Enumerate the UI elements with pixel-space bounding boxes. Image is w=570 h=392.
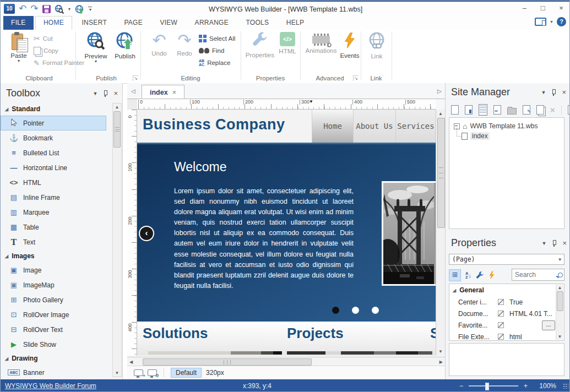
slider-dot-1[interactable] <box>332 307 339 314</box>
site-tree-root[interactable]: ⌂ WWB Template 11.wbs <box>454 122 564 130</box>
property-row-file-extension[interactable]: File Exte... html <box>449 331 564 342</box>
select-all-button[interactable]: Select All <box>199 34 235 43</box>
help-icon[interactable]: ? <box>557 17 566 26</box>
toolbox-item-image[interactable]: ▣ Image <box>1 263 106 277</box>
page-link-icon[interactable]: ∞ <box>493 105 501 115</box>
undo-button[interactable]: ↶ Undo <box>147 32 171 57</box>
breakpoint-default[interactable]: Default <box>171 368 202 378</box>
breakpoint-320px[interactable]: 320px <box>206 369 224 377</box>
site-tree-page-index[interactable]: index <box>462 132 564 140</box>
redo-button[interactable]: ↷ Redo <box>172 32 197 57</box>
find-button[interactable]: Find <box>199 46 224 56</box>
scroll-thumb[interactable] <box>557 291 563 311</box>
properties-menu-icon[interactable]: ▼ <box>541 241 546 246</box>
nav-item-services[interactable]: Services <box>395 110 436 143</box>
animations-button[interactable]: ⚙ Animations <box>303 32 339 54</box>
navigation-bar[interactable]: Home About Us Services <box>312 110 436 143</box>
zoom-in-icon[interactable]: + <box>524 382 528 390</box>
html-button[interactable]: </> HTML <box>276 32 299 55</box>
scroll-thumb[interactable] <box>437 118 445 228</box>
toolbox-item-text[interactable]: T Text <box>1 235 106 249</box>
toolbox-section-drawing[interactable]: ◢ Drawing <box>1 352 122 365</box>
canvas-horizontal-scrollbar[interactable]: ◀ ▶ <box>127 357 445 366</box>
page-lower-section[interactable]: Solutions Projects S <box>137 322 436 356</box>
minimize-button[interactable]: – <box>516 3 533 15</box>
browse-button[interactable]: ... <box>542 320 555 330</box>
toolbox-item-horizontal-line[interactable]: — Horizontal Line <box>1 160 106 175</box>
replace-button[interactable]: ABAC Replace <box>199 58 230 68</box>
paste-dropdown-icon[interactable]: ▼ <box>6 59 31 63</box>
tab-insert[interactable]: INSERT <box>74 16 115 30</box>
scroll-down-icon[interactable]: ▼ <box>436 349 445 354</box>
properties-close-icon[interactable]: × <box>562 241 567 246</box>
manage-breakpoints-icon[interactable]: ⚙ <box>148 369 157 376</box>
site-manager-menu-icon[interactable]: ▼ <box>541 90 546 95</box>
scroll-up-icon[interactable]: ▲ <box>556 285 563 290</box>
cut-button[interactable]: ✂Cut <box>34 34 53 43</box>
property-section-general[interactable]: ◢ General <box>449 284 564 296</box>
property-row-favorites-icon[interactable]: Favorite... ... <box>449 319 564 331</box>
toolbox-item-slide-show[interactable]: ▶ Slide Show <box>1 337 106 352</box>
scroll-thumb[interactable] <box>143 358 312 366</box>
properties-pin-icon[interactable] <box>551 240 557 246</box>
clone-page-icon[interactable] <box>536 105 544 115</box>
page-properties-icon[interactable]: ⚙ <box>568 105 570 115</box>
advanced-dialog-launcher-icon[interactable]: ↘ <box>353 75 359 81</box>
toolbox-item-pointer[interactable]: Pointer <box>1 116 106 130</box>
page-header[interactable]: Business Company Home About Us Services <box>137 110 436 143</box>
scroll-right-icon[interactable]: ▶ <box>439 360 443 364</box>
tab-scroll-right-icon[interactable]: ▷ <box>437 88 442 94</box>
toolbox-item-banner[interactable]: ABC Banner <box>1 365 106 380</box>
document-tab-index[interactable]: index × <box>142 85 184 99</box>
properties-wrench-icon[interactable] <box>476 271 484 280</box>
publish-button[interactable]: Publish <box>112 32 138 59</box>
tab-close-icon[interactable]: × <box>172 89 176 96</box>
search-icon[interactable] <box>558 273 563 277</box>
scroll-down-icon[interactable]: ▼ <box>556 334 563 339</box>
preview-button[interactable]: Preview ▼ <box>82 32 110 63</box>
grid-scrollbar[interactable]: ▲ ▼ <box>556 285 563 340</box>
properties-button[interactable]: Properties <box>245 32 275 58</box>
edit-page-icon[interactable]: ✎ <box>523 105 530 115</box>
copy-button[interactable]: Copy <box>34 46 58 56</box>
toolbox-item-bulleted-list[interactable]: ≡ Bulleted List <box>1 145 106 160</box>
tab-file[interactable]: FILE <box>3 16 34 30</box>
projects-heading[interactable]: Projects <box>287 325 344 342</box>
preview-dropdown-icon[interactable]: ▼ <box>82 59 110 63</box>
toolbox-item-photo-gallery[interactable]: ⊞ Photo Gallery <box>1 292 106 307</box>
object-selector[interactable]: (Page) ▼ <box>449 254 564 265</box>
resize-grip[interactable] <box>563 383 568 389</box>
scroll-up-icon[interactable]: ▲ <box>113 105 121 110</box>
toolbox-item-bookmark[interactable]: ⚓ Bookmark <box>1 130 106 145</box>
slider-prev-button[interactable]: ‹ <box>139 226 154 241</box>
device-preview-icon[interactable] <box>535 18 546 26</box>
zoom-slider[interactable] <box>469 385 518 386</box>
toolbox-item-table[interactable]: ▦ Table <box>1 220 106 235</box>
maximize-button[interactable]: □ <box>535 3 551 15</box>
scroll-up-icon[interactable]: ▲ <box>436 111 445 116</box>
hero-slider[interactable]: Welcome Lorem ipsum dolor sit amet, cons… <box>137 143 436 322</box>
hero-paragraph[interactable]: Lorem ipsum dolor sit amet, consectetuer… <box>174 186 354 291</box>
device-preview-dropdown-icon[interactable]: ▼ <box>550 20 553 24</box>
bridge-photo[interactable] <box>382 181 436 286</box>
property-row-center[interactable]: Center i... True <box>449 296 564 308</box>
toolbox-item-html[interactable]: <> HTML <box>1 175 106 190</box>
toolbox-section-images[interactable]: ◢ Images <box>1 249 122 263</box>
services-heading-partial[interactable]: S <box>430 325 436 342</box>
paste-button[interactable]: Paste ▼ <box>6 32 31 63</box>
forum-link[interactable]: WYSIWYG Web Builder Forum <box>5 382 96 390</box>
site-manager-pin-icon[interactable] <box>551 89 557 95</box>
zoom-out-icon[interactable]: − <box>459 382 463 390</box>
toolbox-scrollbar[interactable]: ▲ ▼ <box>112 103 122 377</box>
add-breakpoint-icon[interactable]: + <box>134 369 143 376</box>
tab-view[interactable]: VIEW <box>152 16 185 30</box>
tab-help[interactable]: HELP <box>279 16 312 30</box>
delete-page-icon[interactable]: × <box>550 106 555 114</box>
new-folder-icon[interactable] <box>507 108 517 115</box>
scroll-thumb[interactable] <box>113 111 121 148</box>
close-button[interactable]: × <box>553 3 569 15</box>
tab-tools[interactable]: TOOLS <box>238 16 276 30</box>
events-view-icon[interactable] <box>488 271 495 280</box>
toolbox-menu-icon[interactable]: ▼ <box>93 91 97 96</box>
tab-arrange[interactable]: ARRANGE <box>187 16 236 30</box>
